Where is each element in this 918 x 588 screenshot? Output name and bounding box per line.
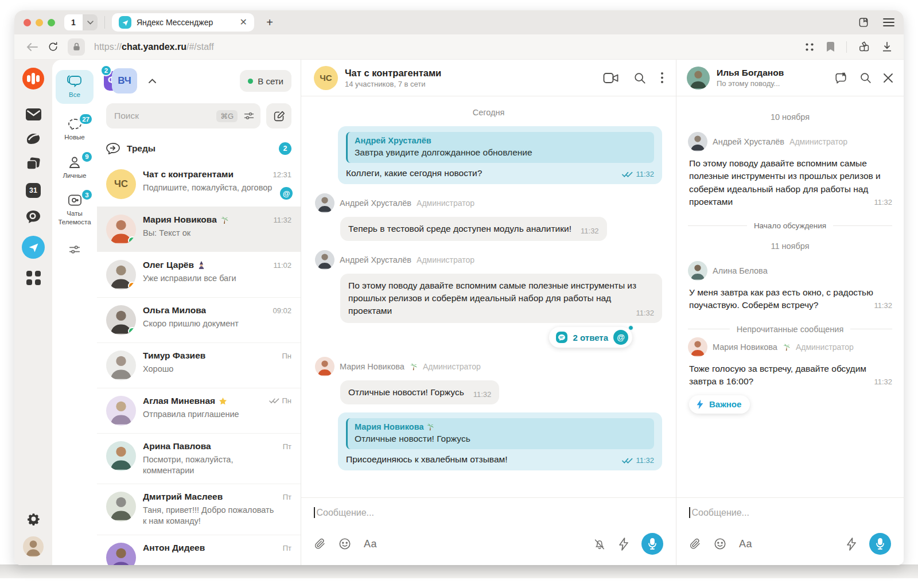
sender-name[interactable]: Андрей Хрусталёв (340, 255, 411, 264)
list-item[interactable]: Арина ПавловаПт Посмотри, пожалуйста, ко… (97, 433, 301, 484)
thread-message[interactable]: По этому поводу давайте вспомним самые п… (689, 157, 892, 209)
avatar[interactable] (315, 250, 334, 270)
zoom-window-button[interactable] (48, 19, 55, 26)
avatar[interactable] (315, 357, 334, 376)
sender-name[interactable]: Алина Белова (713, 266, 768, 275)
search-icon[interactable] (633, 72, 646, 84)
incoming-message[interactable]: Теперь в тестовой среде доступен модуль … (340, 217, 607, 241)
important-badge[interactable]: Важное (689, 395, 750, 414)
collections-icon[interactable] (858, 41, 870, 52)
attach-icon[interactable] (689, 538, 701, 550)
user-avatar[interactable] (23, 536, 44, 557)
message-time: 11:32 (874, 301, 892, 311)
avatar[interactable] (688, 261, 707, 281)
filter-all[interactable]: Все (56, 70, 94, 104)
filter-settings-icon[interactable] (68, 243, 81, 256)
quick-actions-icon[interactable] (619, 538, 629, 551)
new-tab-button[interactable]: + (260, 13, 279, 32)
tab-list-chevron[interactable] (83, 14, 98, 30)
messenger-icon[interactable] (22, 236, 45, 259)
list-item[interactable]: Ольга Милова09:02 Скоро пришлю документ (97, 297, 301, 342)
online-status-button[interactable]: В сети (240, 70, 291, 92)
message-input[interactable]: Сообщение... (689, 507, 891, 518)
avatar[interactable] (688, 337, 707, 357)
reply-bubble-icon (556, 332, 567, 343)
calendar-icon[interactable]: 31 (26, 183, 41, 198)
back-icon[interactable] (26, 42, 38, 52)
menu-icon[interactable] (883, 18, 894, 27)
list-item[interactable]: Олег Царёв 11:02 Уже исправили все баги (97, 252, 301, 297)
message-input[interactable]: Сообщение... (314, 507, 663, 518)
quoted-message[interactable]: Мария Новикова Отличные новости! Горжусь (346, 418, 654, 449)
list-item[interactable]: Антон ДидеевПт (97, 535, 301, 566)
minimize-window-button[interactable] (36, 19, 43, 26)
incoming-message[interactable]: По этому поводу давайте вспомним самые п… (340, 274, 662, 323)
format-icon[interactable]: Aa (739, 538, 752, 550)
incoming-message[interactable]: Отличные новости! Горжусь 11:32 (340, 380, 499, 404)
sender-name[interactable]: Андрей Хрусталёв (340, 198, 411, 208)
download-icon[interactable] (882, 41, 892, 52)
more-menu-icon[interactable] (661, 72, 663, 83)
avatar[interactable] (688, 132, 707, 151)
video-call-icon[interactable] (603, 72, 619, 84)
thread-message[interactable]: Тоже голосую за встречу, давайте обсудим… (689, 363, 892, 388)
filter-personal[interactable]: 9 Личные (56, 155, 94, 180)
palm-emoji-icon (410, 363, 418, 371)
thread-message[interactable]: У меня завтра как раз есть окно, с радос… (689, 286, 892, 312)
filter-new[interactable]: 27 Новые (56, 118, 94, 141)
attach-icon[interactable] (314, 538, 326, 550)
thread-bookmark-icon[interactable] (834, 72, 848, 84)
search-filters-icon[interactable] (243, 110, 255, 122)
outgoing-message[interactable]: Андрей Хрусталёв Завтра увидите долгожда… (338, 126, 662, 184)
mute-bell-icon[interactable] (593, 538, 606, 551)
outgoing-message[interactable]: Мария Новикова Отличные новости! Горжусь… (338, 412, 662, 470)
list-item[interactable]: Аглая Миневная Пн Отправила приглашение (97, 388, 301, 433)
reload-icon[interactable] (48, 41, 59, 52)
filter-telemost[interactable]: 3 Чаты Телемоста (56, 193, 94, 226)
documents-icon[interactable] (26, 157, 41, 171)
filter-label: Все (56, 91, 94, 99)
site-security-button[interactable] (68, 38, 85, 56)
thread-replies-button[interactable]: 2 ответа @ (549, 327, 632, 348)
chevron-up-icon[interactable] (149, 79, 156, 83)
sender-name[interactable]: Мария Новикова (340, 362, 404, 371)
emoji-icon[interactable] (339, 538, 351, 550)
new-message-button[interactable] (266, 103, 291, 128)
sender-name[interactable]: Мария Новикова (713, 342, 777, 352)
quick-actions-icon[interactable] (846, 538, 857, 551)
chat-service-icon[interactable] (26, 210, 41, 224)
format-icon[interactable]: Aa (364, 538, 377, 550)
avatar[interactable] (315, 193, 334, 213)
side-panel-icon[interactable] (858, 17, 869, 28)
mail-icon[interactable] (26, 108, 41, 120)
url-scheme: https:// (94, 42, 122, 52)
all-services-icon[interactable] (26, 271, 41, 285)
address-bar[interactable]: https://chat.yandex.ru/#/staff (94, 42, 214, 52)
workspace-switcher[interactable]: 2 ВЧ (103, 68, 145, 94)
extensions-icon[interactable] (804, 42, 815, 52)
bookmark-icon[interactable] (826, 42, 835, 52)
gear-icon[interactable] (26, 512, 41, 526)
thread-history[interactable]: 10 ноября Андрей Хрусталёв Администратор… (676, 96, 904, 497)
sender-name[interactable]: Андрей Хрусталёв (713, 137, 784, 146)
threads-item[interactable]: Треды 2 (97, 137, 301, 162)
close-icon[interactable] (883, 73, 893, 83)
tab-counter[interactable]: 1 (64, 14, 83, 30)
close-window-button[interactable] (24, 19, 31, 26)
list-item[interactable]: Тимур ФазиевПн Хорошо (97, 342, 301, 388)
close-tab-icon[interactable]: ✕ (240, 18, 247, 27)
message-text: Присоединяюсь к хвалебным отзывам! (346, 454, 507, 465)
list-item[interactable]: ЧС Чат с контрагентами12:31 Подпишите, п… (97, 162, 301, 207)
message-history[interactable]: Сегодня Андрей Хрусталёв Завтра увидите … (301, 96, 676, 497)
search-input[interactable]: Поиск ⌘G (106, 103, 260, 128)
voice-message-button[interactable] (869, 533, 891, 555)
list-item[interactable]: Дмитрий МаслеевПт Таня, привет!!! Добро … (97, 484, 301, 534)
yandex-360-logo-icon[interactable] (22, 68, 44, 89)
disk-icon[interactable] (25, 133, 41, 145)
emoji-icon[interactable] (714, 538, 726, 550)
voice-message-button[interactable] (641, 533, 663, 555)
list-item-selected[interactable]: Мария Новикова 11:32 Вы: Текст ок (97, 207, 301, 252)
search-icon[interactable] (859, 72, 872, 84)
tab-yandex-messenger[interactable]: Яндекс Мессенджер ✕ (112, 13, 254, 32)
quoted-message[interactable]: Андрей Хрусталёв Завтра увидите долгожда… (346, 132, 654, 163)
